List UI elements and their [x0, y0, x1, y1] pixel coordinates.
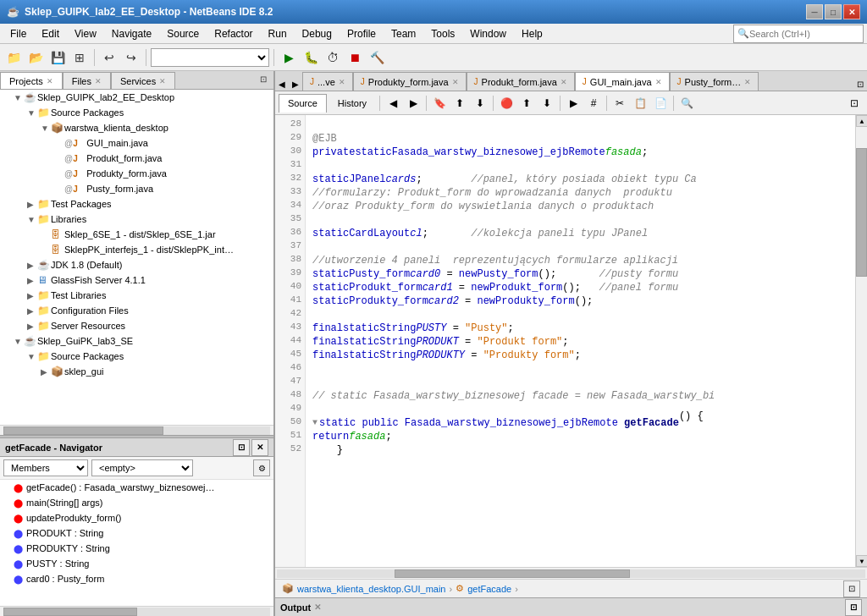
tab-files[interactable]: Files ✕	[63, 72, 111, 89]
left-panel-maximize[interactable]: ⊡	[253, 69, 273, 89]
tree-item-package[interactable]: ▼ 📦 warstwa_klienta_desktop	[0, 120, 273, 135]
tree-item-config-files[interactable]: ▶ 📁 Configuration Files	[0, 303, 273, 318]
run-to-cursor[interactable]: ▶	[564, 94, 583, 113]
breadcrumb-settings[interactable]: ⊡	[843, 580, 860, 597]
tab-nav-right[interactable]: ▶	[289, 78, 302, 91]
toolbar-combo[interactable]	[151, 48, 269, 67]
scroll-up-button[interactable]: ▲	[856, 115, 867, 127]
menu-tools[interactable]: Tools	[424, 26, 461, 41]
menu-profile[interactable]: Profile	[340, 26, 383, 41]
editor-tab-produkt[interactable]: J Produkt_form.java ✕	[467, 72, 575, 91]
tab-close[interactable]: ✕	[561, 78, 567, 86]
open-project-button[interactable]: 📂	[25, 47, 46, 68]
navigator-maximize[interactable]: ⊡	[233, 439, 250, 456]
nav-item-update[interactable]: ⬤ updateProdukty_form()	[0, 510, 273, 525]
nav-item-getfacade[interactable]: ⬤ getFacade() : Fasada_warstwy_biznesowe…	[0, 480, 273, 495]
menu-view[interactable]: View	[68, 26, 103, 41]
tab-projects[interactable]: Projects ✕	[0, 72, 63, 89]
tree-hscroll[interactable]	[0, 425, 273, 435]
output-maximize[interactable]: ⊡	[845, 599, 862, 616]
search-box[interactable]: 🔍	[733, 25, 864, 43]
nav-item-main[interactable]: ⬤ main(String[] args)	[0, 495, 273, 510]
nav-hscroll[interactable]	[0, 606, 273, 616]
tree-item-source-packages-2[interactable]: ▼ 📁 Source Packages	[0, 349, 273, 364]
toggle-icon[interactable]: ▶	[27, 276, 37, 285]
toggle-icon[interactable]: ▶	[27, 322, 37, 331]
menu-window[interactable]: Window	[463, 26, 513, 41]
maximize-editor[interactable]: ⊡	[845, 94, 864, 113]
toggle-icon[interactable]: ▶	[27, 261, 37, 270]
tree-item-libraries[interactable]: ▼ 📁 Libraries	[0, 212, 273, 227]
toggle-icon[interactable]: ▼	[27, 352, 37, 361]
back-button[interactable]: ◀	[384, 94, 402, 113]
empty-combo[interactable]: <empty>	[91, 459, 193, 476]
tree-item-gui-main[interactable]: @ J GUI_main.java	[0, 135, 273, 151]
next-bookmark[interactable]: ⬇	[471, 94, 489, 113]
tree-item-jdk[interactable]: ▶ ☕ JDK 1.8 (Default)	[0, 257, 273, 272]
scroll-thumb[interactable]	[856, 148, 867, 277]
toggle-icon[interactable]: ▼	[27, 215, 37, 224]
clean-build-button[interactable]: 🔨	[367, 47, 387, 68]
menu-refactor[interactable]: Refactor	[207, 26, 259, 41]
hscroll-thumb[interactable]	[3, 426, 163, 435]
nav-item-produkty[interactable]: ⬤ PRODUKTY : String	[0, 541, 273, 556]
nav-item-card0[interactable]: ⬤ card0 : Pusty_form	[0, 571, 273, 586]
breadcrumb-method[interactable]: getFacade	[467, 584, 511, 594]
tree-item-jar1[interactable]: 🗄 Sklep_6SE_1 - dist/Sklep_6SE_1.jar	[0, 227, 273, 242]
close-button[interactable]: ✕	[843, 4, 860, 19]
tree-item-pusty-form[interactable]: @ J Pusty_form.java	[0, 181, 273, 196]
tab-services-close[interactable]: ✕	[159, 77, 166, 85]
stop-button[interactable]: ⏹	[345, 47, 365, 68]
output-close-icon[interactable]: ✕	[314, 602, 321, 612]
collapse-icon[interactable]: ▼	[312, 416, 318, 430]
menu-help[interactable]: Help	[515, 26, 549, 41]
menu-navigate[interactable]: Navigate	[105, 26, 158, 41]
toggle-icon[interactable]: ▼	[14, 93, 24, 102]
toggle-breakpoint[interactable]: 🔴	[497, 94, 516, 113]
maximize-button[interactable]: □	[825, 4, 842, 19]
next-breakpoint[interactable]: ⬇	[538, 94, 556, 113]
history-tab[interactable]: History	[329, 94, 376, 113]
paste-button[interactable]: 📄	[651, 94, 670, 113]
toggle-bookmarks[interactable]: 🔖	[430, 94, 449, 113]
toggle-icon[interactable]: ▼	[14, 337, 24, 346]
toggle-icon[interactable]: ▶	[27, 291, 37, 300]
code-hscroll[interactable]	[275, 567, 867, 579]
tab-close[interactable]: ✕	[744, 78, 751, 86]
cut-button[interactable]: ✂	[610, 94, 629, 113]
debug-project-button[interactable]: 🐛	[301, 47, 321, 68]
tree-item-glassfish[interactable]: ▶ 🖥 GlassFish Server 4.1.1	[0, 272, 273, 288]
toggle-icon[interactable]: ▶	[41, 367, 51, 377]
tab-projects-close[interactable]: ✕	[47, 77, 53, 85]
undo-button[interactable]: ↩	[99, 47, 119, 68]
tree-item-test-libs[interactable]: ▶ 📁 Test Libraries	[0, 288, 273, 303]
tree-item-test-packages[interactable]: ▶ 📁 Test Packages	[0, 196, 273, 212]
tree-item-produkty-form[interactable]: @ J Produkty_form.java	[0, 166, 273, 181]
code-content[interactable]: @EJB private static Fasada_warstwy_bizne…	[306, 115, 855, 567]
tree-item-project2[interactable]: ▼ ☕ Sklep_GuiPK_lab3_SE	[0, 333, 273, 349]
tree-item-jar2[interactable]: 🗄 SklepPK_interfejs_1 - dist/SklepPK_int…	[0, 242, 273, 257]
editor-vscroll[interactable]: ▲ ▼	[855, 115, 867, 567]
menu-edit[interactable]: Edit	[35, 26, 66, 41]
prev-breakpoint[interactable]: ⬆	[517, 94, 536, 113]
toggle-icon[interactable]: ▼	[27, 108, 37, 118]
navigator-close[interactable]: ✕	[251, 439, 268, 456]
tree-item-sklep-gui[interactable]: ▶ 📦 sklep_gui	[0, 364, 273, 379]
editor-tab-produkty[interactable]: J Produkty_form.java ✕	[353, 72, 467, 91]
toggle-icon[interactable]: ▶	[27, 200, 37, 209]
source-tab[interactable]: Source	[279, 94, 327, 113]
tab-right-controls[interactable]: ⊡	[853, 78, 867, 91]
tab-files-close[interactable]: ✕	[95, 77, 102, 85]
search-input[interactable]	[749, 29, 859, 39]
toggle-icon[interactable]: ▶	[27, 306, 37, 316]
new-project-button[interactable]: 📁	[3, 47, 24, 68]
run-project-button[interactable]: ▶	[279, 47, 299, 68]
tree-item-server-resources[interactable]: ▶ 📁 Server Resources	[0, 318, 273, 333]
menu-team[interactable]: Team	[384, 26, 422, 41]
find-button[interactable]: 🔍	[677, 94, 696, 113]
menu-run[interactable]: Run	[262, 26, 294, 41]
breadcrumb-package[interactable]: warstwa_klienta_desktop.GUI_main	[297, 584, 445, 594]
save-button[interactable]: 💾	[47, 47, 68, 68]
tab-nav-left[interactable]: ◀	[275, 78, 289, 91]
redo-button[interactable]: ↪	[121, 47, 141, 68]
